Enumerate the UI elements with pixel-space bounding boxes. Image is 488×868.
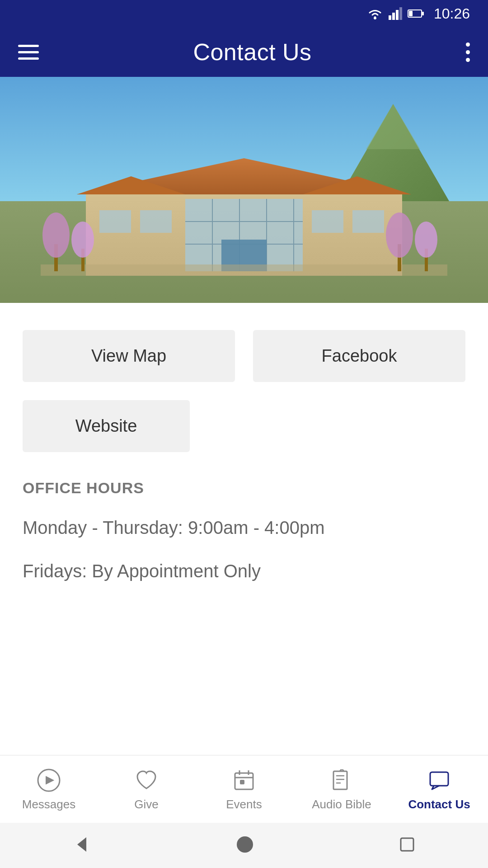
battery-icon (408, 9, 425, 19)
svg-point-0 (374, 17, 376, 19)
signal-icon (389, 7, 402, 20)
bottom-navigation: Messages Give Events (0, 755, 488, 823)
view-map-button[interactable]: View Map (23, 330, 235, 382)
svg-rect-3 (396, 10, 399, 20)
back-button[interactable] (71, 834, 93, 857)
nav-audio-bible[interactable]: Audio Bible (293, 767, 390, 811)
main-content: View Map Facebook Website OFFICE HOURS M… (0, 303, 488, 620)
svg-rect-6 (409, 11, 413, 16)
trees-decoration (36, 190, 117, 280)
nav-give-label: Give (134, 797, 158, 811)
svg-rect-23 (312, 210, 343, 233)
events-icon (230, 767, 258, 794)
svg-rect-41 (240, 780, 244, 784)
recents-button[interactable] (397, 835, 417, 856)
button-row-website: Website (23, 400, 465, 452)
nav-contact-us-label: Contact Us (408, 797, 470, 811)
svg-rect-2 (392, 13, 395, 20)
svg-rect-22 (140, 210, 172, 233)
svg-point-28 (42, 212, 70, 258)
home-button[interactable] (234, 834, 256, 857)
svg-marker-36 (46, 777, 53, 784)
nav-give[interactable]: Give (98, 767, 195, 811)
nav-contact-us[interactable]: Contact Us (390, 767, 488, 811)
nav-audio-bible-label: Audio Bible (312, 797, 371, 811)
status-bar: 10:26 (0, 0, 488, 27)
android-nav-bar (0, 823, 488, 868)
office-hours-mon-thu: Monday - Thursday: 9:00am - 4:00pm (23, 515, 465, 540)
hamburger-menu-button[interactable] (18, 45, 39, 60)
contact-us-icon (426, 767, 453, 794)
page-title: Contact Us (193, 38, 311, 66)
clock: 10:26 (434, 5, 470, 22)
svg-rect-1 (389, 15, 391, 20)
wifi-icon (367, 7, 383, 20)
svg-rect-4 (399, 7, 402, 20)
office-hours-friday: Fridays: By Appointment Only (23, 558, 465, 584)
give-icon (133, 767, 160, 794)
svg-rect-49 (430, 772, 448, 786)
svg-rect-52 (401, 838, 413, 851)
messages-icon (35, 767, 62, 794)
hero-image (0, 77, 488, 303)
header: Contact Us (0, 27, 488, 77)
audio-bible-icon (328, 767, 355, 794)
svg-point-34 (415, 222, 437, 258)
nav-events-label: Events (226, 797, 262, 811)
office-hours-title: OFFICE HOURS (23, 479, 465, 497)
trees-decoration-right (380, 190, 461, 280)
nav-messages-label: Messages (22, 797, 76, 811)
button-row-1: View Map Facebook (23, 330, 465, 382)
nav-messages[interactable]: Messages (0, 767, 98, 811)
svg-rect-42 (333, 771, 347, 789)
website-button[interactable]: Website (23, 400, 190, 452)
status-icons (367, 7, 425, 20)
svg-point-30 (71, 222, 94, 258)
svg-point-51 (237, 836, 253, 853)
svg-marker-50 (77, 837, 86, 852)
svg-rect-7 (422, 12, 424, 15)
facebook-button[interactable]: Facebook (253, 330, 465, 382)
nav-events[interactable]: Events (195, 767, 293, 811)
more-options-button[interactable] (466, 42, 470, 62)
svg-point-32 (386, 212, 413, 258)
